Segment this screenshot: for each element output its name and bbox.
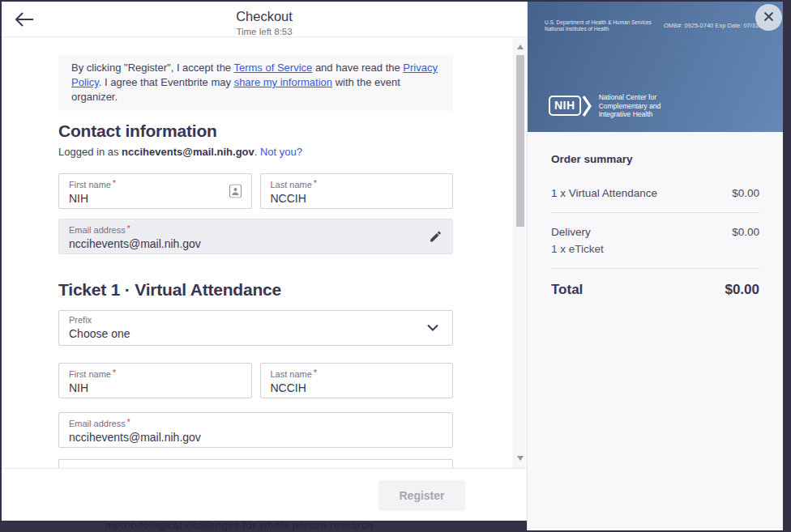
total-row: Total $0.00 <box>551 282 759 298</box>
nih-logo: NIH National Center for Complementary an… <box>549 93 661 119</box>
nih-logo-chevron-icon <box>582 95 592 117</box>
field-label: First name* <box>69 178 219 190</box>
terms-notice: By clicking "Register", I accept the Ter… <box>58 54 453 111</box>
order-summary-pane: U.S. Department of Health & Human Servic… <box>527 2 783 530</box>
order-summary: Order summary 1 x Virtual Attendance $0.… <box>528 132 783 298</box>
register-button[interactable]: Register <box>378 480 465 511</box>
terms-of-service-link[interactable]: Terms of Service <box>233 62 312 74</box>
scrollbar-thumb[interactable] <box>516 55 524 227</box>
close-icon <box>763 11 774 24</box>
contact-information-heading: Contact information <box>58 121 453 141</box>
event-banner-image: U.S. Department of Health & Human Servic… <box>528 2 783 132</box>
ticket-last-name-field[interactable]: Last name* <box>260 363 454 398</box>
notice-text: and have read the <box>312 62 403 74</box>
field-label: Last name* <box>271 178 421 190</box>
ticket-email-input[interactable] <box>69 431 420 444</box>
banner-agency-text: U.S. Department of Health & Human Servic… <box>545 19 652 32</box>
total-label: Total <box>551 282 583 298</box>
not-you-link[interactable]: Not you? <box>260 146 302 158</box>
chevron-down-icon <box>427 325 438 332</box>
header-titles: Checkout Time left 8:53 <box>2 2 527 36</box>
required-asterisk: * <box>113 368 116 377</box>
contact-email-field[interactable]: Email address* <box>58 219 453 254</box>
contact-card-icon[interactable] <box>229 185 242 198</box>
required-asterisk: * <box>127 418 130 427</box>
arrow-left-icon <box>15 17 34 29</box>
form-content: By clicking "Register", I accept the Ter… <box>58 37 453 468</box>
checkout-modal: Checkout Time left 8:53 By clicking "Reg… <box>2 2 783 530</box>
checkout-header: Checkout Time left 8:53 <box>2 2 527 37</box>
ticket-first-name-input[interactable] <box>69 381 219 394</box>
triangle-down-icon[interactable] <box>517 456 524 461</box>
order-line-item: 1 x Virtual Attendance $0.00 <box>551 187 759 199</box>
page-title: Checkout <box>2 9 527 24</box>
summary-divider <box>551 212 759 213</box>
ticket-email-field[interactable]: Email address* <box>58 412 453 448</box>
line-item-price: $0.00 <box>732 187 759 199</box>
order-summary-heading: Order summary <box>551 153 759 165</box>
prefix-select[interactable]: Prefix Choose one <box>58 310 453 346</box>
pencil-icon[interactable] <box>429 230 443 244</box>
delivery-line-item: Delivery $0.00 <box>551 226 759 238</box>
prefix-selected-value: Choose one <box>69 327 420 340</box>
line-item-label: 1 x Virtual Attendance <box>551 187 657 199</box>
delivery-detail: 1 x eTicket <box>551 243 759 255</box>
time-left-label: Time left 8:53 <box>2 27 527 36</box>
total-price: $0.00 <box>725 282 759 298</box>
logged-in-email: nccihevents@mail.nih.gov <box>122 146 254 158</box>
required-asterisk: * <box>127 224 130 233</box>
logged-in-line: Logged in as nccihevents@mail.nih.gov. N… <box>58 146 453 158</box>
required-asterisk: * <box>113 179 116 188</box>
field-label: Email address* <box>69 223 420 236</box>
close-button[interactable] <box>755 4 782 31</box>
notice-text: . I agree that Eventbrite may <box>99 76 234 88</box>
summary-divider <box>551 268 759 269</box>
triangle-up-icon[interactable] <box>517 45 524 49</box>
ticket-name-row: First name* Last name* <box>58 363 453 398</box>
delivery-price: $0.00 <box>732 226 759 238</box>
checkout-form-pane: Checkout Time left 8:53 By clicking "Reg… <box>2 2 527 521</box>
checkout-footer: Register <box>2 468 527 520</box>
back-button[interactable] <box>12 11 36 30</box>
contact-email-input[interactable] <box>69 237 420 250</box>
logged-in-prefix: Logged in as <box>58 146 122 158</box>
required-asterisk: * <box>314 368 317 377</box>
page-backdrop: methodological challenges for whole pers… <box>0 0 791 532</box>
ticket-job-title-field[interactable]: Job title <box>58 459 453 468</box>
ticket-first-name-field[interactable]: First name* <box>58 363 252 398</box>
form-scrollbar[interactable] <box>513 37 527 468</box>
notice-text: By clicking "Register", I accept the <box>71 62 233 74</box>
required-asterisk: * <box>314 179 317 188</box>
contact-last-name-field[interactable]: Last name* <box>260 173 454 209</box>
delivery-label: Delivery <box>551 226 591 238</box>
field-label: Last name* <box>271 368 421 380</box>
contact-last-name-input[interactable] <box>271 192 421 205</box>
contact-name-row: First name* Last name* <box>58 173 453 209</box>
nih-logo-acronym: NIH <box>549 96 581 116</box>
ticket-last-name-input[interactable] <box>271 381 421 394</box>
contact-first-name-field[interactable]: First name* <box>58 173 252 209</box>
logged-in-period: . <box>254 146 260 158</box>
ticket-heading: Ticket 1 · Virtual Attendance <box>58 280 453 300</box>
form-scroll-area: By clicking "Register", I accept the Ter… <box>2 37 527 468</box>
field-label: Email address* <box>69 417 420 429</box>
field-label: Prefix <box>69 315 420 326</box>
contact-first-name-input[interactable] <box>69 192 219 205</box>
nih-logo-name: National Center for Complementary and In… <box>599 93 661 119</box>
field-label: First name* <box>69 368 219 380</box>
share-my-information-link[interactable]: share my information <box>234 76 332 88</box>
